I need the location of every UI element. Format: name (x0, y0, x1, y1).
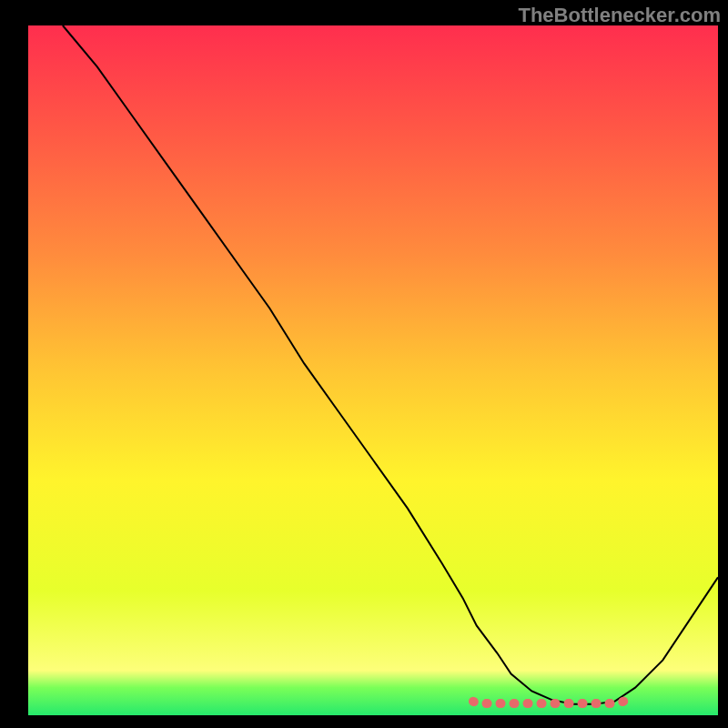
bottleneck-chart (0, 0, 728, 728)
plot-background (28, 25, 718, 715)
watermark-text: TheBottlenecker.com (518, 4, 721, 27)
chart-container: TheBottlenecker.com (0, 0, 728, 728)
